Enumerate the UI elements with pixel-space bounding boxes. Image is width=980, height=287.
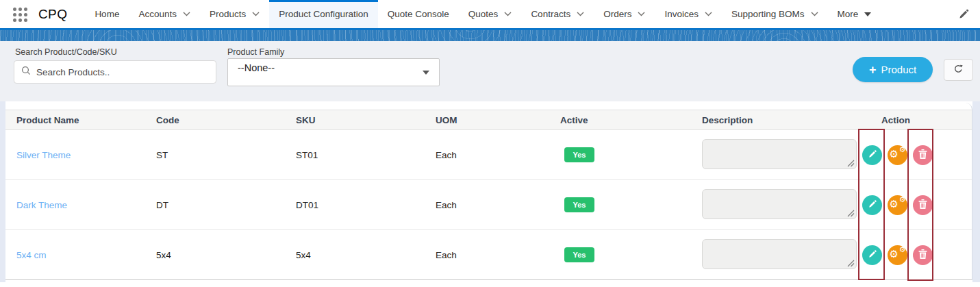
description-textarea[interactable] (702, 139, 857, 169)
nav-item-more[interactable]: More (828, 0, 881, 28)
nav-item-contracts[interactable]: Contracts (521, 0, 594, 28)
chevron-down-icon[interactable] (705, 12, 712, 16)
nav-item-quotes[interactable]: Quotes (459, 0, 522, 28)
page: CPQ Home Accounts Products Product Confi… (0, 0, 980, 287)
top-navbar: CPQ Home Accounts Products Product Confi… (0, 0, 980, 30)
product-name-link[interactable]: 5x4 cm (16, 250, 156, 260)
configure-button[interactable]: ⚙⚙ (888, 245, 907, 265)
table-header-row: Product Name Code SKU UOM Active Descrip… (5, 110, 972, 130)
code-cell: ST (156, 150, 296, 160)
configure-button[interactable]: ⚙⚙ (888, 145, 907, 165)
nav-item-accounts[interactable]: Accounts (129, 0, 200, 28)
page-margin-right (972, 101, 980, 282)
description-textarea[interactable] (702, 189, 857, 219)
header-code: Code (156, 115, 296, 125)
caret-down-icon (864, 12, 871, 16)
products-table-card: Product Name Code SKU UOM Active Descrip… (5, 103, 972, 280)
description-textarea[interactable] (702, 239, 857, 269)
refresh-icon (953, 64, 964, 76)
header-active: Active (560, 115, 702, 125)
product-family-value: --None-- (238, 62, 275, 73)
code-cell: 5x4 (156, 250, 296, 260)
configure-button[interactable]: ⚙⚙ (888, 195, 907, 215)
chevron-down-icon[interactable] (638, 12, 645, 16)
header-action: Action (857, 115, 972, 125)
search-label: Search Product/Code/SKU (15, 47, 117, 57)
chevron-down-icon[interactable] (811, 12, 818, 16)
chevron-down-icon[interactable] (183, 12, 190, 16)
header-description: Description (702, 115, 857, 125)
edit-page-pencil-icon[interactable] (959, 9, 969, 19)
search-input[interactable] (36, 67, 209, 77)
add-product-label: Product (881, 64, 917, 75)
header-product-name: Product Name (16, 115, 156, 125)
filter-panel: Search Product/Code/SKU Product Family -… (0, 41, 980, 101)
gears-icon: ⚙⚙ (890, 147, 905, 162)
header-uom: UOM (436, 115, 560, 125)
sku-cell: 5x4 (296, 250, 436, 260)
main-content: Product Name Code SKU UOM Active Descrip… (0, 101, 980, 287)
header-sku: SKU (296, 115, 436, 125)
table-row: 5x4 cm 5x4 5x4 Each Yes (5, 230, 972, 280)
select-caret-icon (423, 71, 429, 75)
uom-cell: Each (436, 250, 560, 260)
app-launcher-icon[interactable] (12, 7, 27, 22)
gears-icon: ⚙⚙ (890, 247, 905, 262)
nav-item-supporting-boms[interactable]: Supporting BOMs (722, 0, 828, 28)
plus-icon: + (869, 64, 877, 76)
product-name-link[interactable]: Dark Theme (16, 200, 156, 210)
active-badge: Yes (564, 147, 594, 162)
uom-cell: Each (436, 200, 560, 210)
annotation-box-delete-column (907, 129, 933, 281)
active-badge: Yes (564, 247, 594, 262)
sku-cell: ST01 (296, 150, 436, 160)
refresh-button[interactable] (944, 59, 973, 81)
search-icon (21, 66, 31, 78)
table-row: Silver Theme ST ST01 Each Yes (5, 130, 972, 180)
header-pattern-band (0, 30, 980, 41)
product-family-select[interactable]: --None-- (227, 58, 440, 86)
gears-icon: ⚙⚙ (890, 197, 905, 212)
table-row: Dark Theme DT DT01 Each Yes (5, 180, 972, 230)
page-margin-left (0, 101, 5, 282)
nav-item-invoices[interactable]: Invoices (655, 0, 722, 28)
nav-item-products[interactable]: Products (200, 0, 269, 28)
app-title: CPQ (38, 7, 67, 22)
uom-cell: Each (436, 150, 560, 160)
chevron-down-icon[interactable] (504, 12, 512, 16)
add-product-button[interactable]: + Product (853, 57, 933, 82)
active-badge: Yes (564, 197, 594, 212)
product-name-link[interactable]: Silver Theme (16, 150, 156, 160)
nav-item-quote-console[interactable]: Quote Console (378, 0, 459, 28)
code-cell: DT (156, 200, 296, 210)
nav-item-orders[interactable]: Orders (594, 0, 655, 28)
sku-cell: DT01 (296, 200, 436, 210)
search-box (14, 60, 216, 84)
chevron-down-icon[interactable] (252, 12, 260, 16)
product-family-label: Product Family (227, 47, 284, 57)
annotation-box-edit-column (858, 129, 885, 280)
nav-item-product-configuration[interactable]: Product Configuration (269, 0, 378, 28)
nav-item-home[interactable]: Home (85, 0, 129, 28)
chevron-down-icon[interactable] (577, 12, 584, 16)
